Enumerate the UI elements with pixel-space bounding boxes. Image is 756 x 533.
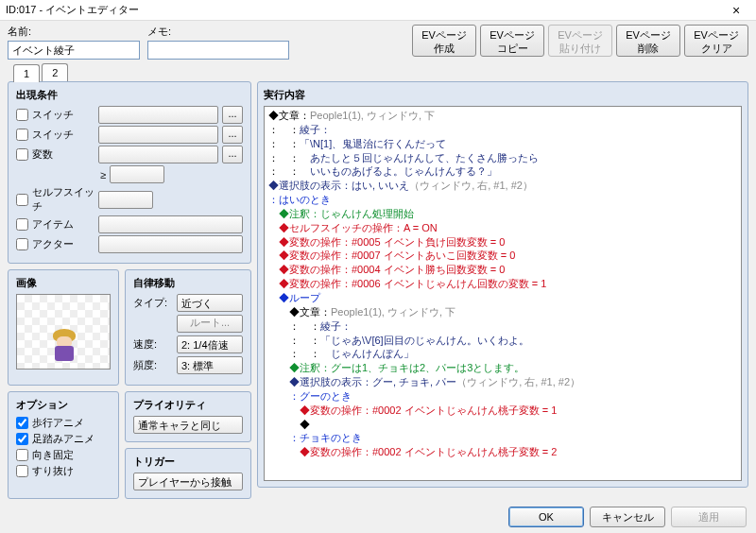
ev-clear-button[interactable]: EVページクリア xyxy=(684,25,748,57)
conditions-panel: 出現条件 スイッチ... スイッチ... 変数... ≥ セルフスイッチ アイテ… xyxy=(8,81,251,264)
type-dropdown[interactable]: 近づく xyxy=(177,294,243,312)
page-tabs: 1 2 xyxy=(13,63,756,81)
tab-1[interactable]: 1 xyxy=(13,64,40,82)
ev-create-button[interactable]: EVページ作成 xyxy=(412,25,476,57)
through-label: すり抜け xyxy=(32,464,74,478)
switch1-ellipsis[interactable]: ... xyxy=(222,106,243,124)
character-image[interactable] xyxy=(16,294,111,370)
selfswitch-label: セルフスイッチ xyxy=(32,185,94,214)
selfswitch-checkbox[interactable] xyxy=(16,194,28,206)
variable-value-spinner[interactable] xyxy=(110,165,164,183)
switch1-label: スイッチ xyxy=(32,108,94,122)
cancel-button[interactable]: キャンセル xyxy=(590,507,665,527)
ev-page-buttons: EVページ作成 EVページコピー EVページ貼り付け EVページ削除 EVページ… xyxy=(412,25,748,57)
switch2-dropdown[interactable] xyxy=(98,126,218,144)
options-header: オプション xyxy=(16,398,111,412)
image-header: 画像 xyxy=(16,276,111,290)
priority-panel: プライオリティ 通常キャラと同じ xyxy=(125,391,251,442)
memo-label: メモ: xyxy=(147,25,289,39)
gte-label: ≥ xyxy=(100,169,106,181)
through-checkbox[interactable] xyxy=(16,465,28,477)
conditions-header: 出現条件 xyxy=(16,88,243,102)
autonomous-panel: 自律移動 タイプ:近づく ルート... 速度:2: 1/4倍速 頻度:3: 標準 xyxy=(125,269,251,386)
switch2-label: スイッチ xyxy=(32,128,94,142)
selfswitch-dropdown[interactable] xyxy=(98,191,153,209)
image-panel: 画像 xyxy=(8,269,119,386)
name-label: 名前: xyxy=(8,25,140,39)
actor-label: アクター xyxy=(32,237,94,251)
switch2-checkbox[interactable] xyxy=(16,129,28,141)
exec-list[interactable]: ◆文章：People1(1), ウィンドウ, 下： ：綾子：： ：「\N[1]、… xyxy=(264,106,742,481)
actor-checkbox[interactable] xyxy=(16,238,28,250)
ev-copy-button[interactable]: EVページコピー xyxy=(480,25,544,57)
trigger-dropdown[interactable]: プレイヤーから接触 xyxy=(133,473,243,490)
step-anim-label: 足踏みアニメ xyxy=(32,432,94,446)
options-panel: オプション 歩行アニメ 足踏みアニメ 向き固定 すり抜け xyxy=(8,391,119,499)
ok-button[interactable]: OK xyxy=(508,507,584,527)
actor-dropdown[interactable] xyxy=(98,235,243,253)
switch2-ellipsis[interactable]: ... xyxy=(222,126,243,144)
speed-dropdown[interactable]: 2: 1/4倍速 xyxy=(177,335,243,353)
name-input[interactable] xyxy=(8,41,140,60)
walk-anim-checkbox[interactable] xyxy=(16,417,28,429)
speed-label: 速度: xyxy=(133,337,173,352)
switch1-checkbox[interactable] xyxy=(16,109,28,121)
footer-buttons: OK キャンセル 適用 xyxy=(508,507,747,527)
window-title: ID:017 - イベントエディター xyxy=(6,3,722,17)
exec-panel: 実行内容 ◆文章：People1(1), ウィンドウ, 下： ：綾子：： ：「\… xyxy=(257,81,748,488)
trigger-panel: トリガー プレイヤーから接触 xyxy=(125,448,251,499)
variable-ellipsis[interactable]: ... xyxy=(222,146,243,163)
ev-delete-button[interactable]: EVページ削除 xyxy=(616,25,680,57)
priority-dropdown[interactable]: 通常キャラと同じ xyxy=(133,416,243,434)
walk-anim-label: 歩行アニメ xyxy=(32,416,84,430)
type-label: タイプ: xyxy=(133,296,173,310)
top-row: 名前: メモ: EVページ作成 EVページコピー EVページ貼り付け EVページ… xyxy=(0,21,756,61)
variable-dropdown[interactable] xyxy=(98,146,218,163)
route-button: ルート... xyxy=(177,315,243,333)
exec-header: 実行内容 xyxy=(264,88,742,102)
variable-label: 変数 xyxy=(32,147,94,162)
step-anim-checkbox[interactable] xyxy=(16,433,28,445)
variable-checkbox[interactable] xyxy=(16,148,28,161)
titlebar: ID:017 - イベントエディター × xyxy=(0,0,756,21)
dir-fix-label: 向き固定 xyxy=(32,448,74,462)
close-icon[interactable]: × xyxy=(722,3,750,18)
item-checkbox[interactable] xyxy=(16,218,28,231)
item-label: アイテム xyxy=(32,217,94,232)
priority-header: プライオリティ xyxy=(133,398,243,412)
switch1-dropdown[interactable] xyxy=(98,106,218,124)
dir-fix-checkbox[interactable] xyxy=(16,449,28,461)
memo-input[interactable] xyxy=(147,41,289,60)
ev-paste-button: EVページ貼り付け xyxy=(548,25,612,57)
apply-button: 適用 xyxy=(671,507,747,527)
autonomous-header: 自律移動 xyxy=(133,276,243,290)
item-dropdown[interactable] xyxy=(98,215,243,233)
freq-label: 頻度: xyxy=(133,358,173,372)
trigger-header: トリガー xyxy=(133,455,243,469)
sprite-icon xyxy=(49,329,79,365)
tab-2[interactable]: 2 xyxy=(42,63,68,81)
freq-dropdown[interactable]: 3: 標準 xyxy=(177,356,243,374)
